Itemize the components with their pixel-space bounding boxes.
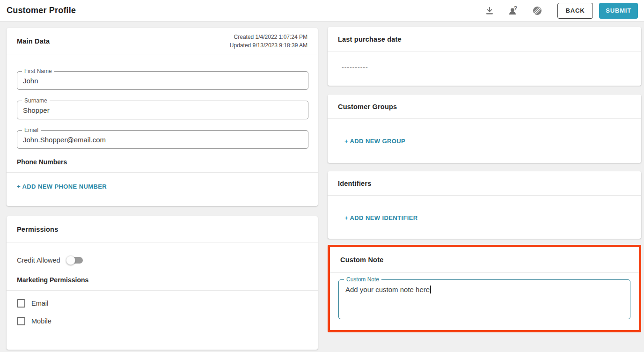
phone-numbers-heading: Phone Numbers — [17, 158, 308, 166]
first-name-field[interactable]: First Name John — [17, 71, 308, 90]
credit-allowed-label: Credit Allowed — [17, 257, 60, 264]
page-title: Customer Profile — [7, 6, 76, 15]
submit-button[interactable]: SUBMIT — [599, 3, 638, 19]
surname-value: Shopper — [23, 106, 50, 114]
custom-note-header: Custom Note — [330, 247, 639, 273]
custom-note-field-label: Custom Note — [344, 276, 381, 283]
add-group-row: + ADD NEW GROUP — [328, 119, 641, 145]
anonymize-customer-icon[interactable]: ? — [508, 5, 519, 16]
identifiers-card: Identifiers + ADD NEW IDENTIFIER — [328, 171, 641, 239]
email-checkbox-label: Email — [31, 300, 48, 307]
first-name-label: First Name — [22, 68, 54, 75]
main-data-title: Main Data — [17, 37, 50, 45]
content-area: Main Data Created 1/4/2022 1:07:24 PM Up… — [0, 22, 644, 350]
credit-allowed-row: Credit Allowed — [17, 257, 307, 264]
customer-groups-title: Customer Groups — [338, 103, 397, 110]
custom-note-value: Add your custom note here — [345, 286, 430, 293]
custom-note-textarea[interactable]: Custom Note Add your custom note here — [338, 279, 630, 319]
marketing-divider — [7, 290, 318, 291]
main-data-header: Main Data Created 1/4/2022 1:07:24 PM Up… — [7, 28, 318, 54]
custom-note-body: Custom Note Add your custom note here — [330, 273, 639, 319]
marketing-mobile-row: Mobile — [17, 317, 307, 325]
updated-timestamp: Updated 9/13/2023 9:18:39 AM — [230, 41, 307, 50]
add-phone-number-button[interactable]: + ADD NEW PHONE NUMBER — [17, 183, 107, 190]
identifiers-title: Identifiers — [338, 180, 372, 187]
credit-allowed-toggle[interactable] — [67, 257, 83, 264]
record-timestamps: Created 1/4/2022 1:07:24 PM Updated 9/13… — [230, 33, 307, 50]
last-purchase-header: Last purchase date — [328, 27, 641, 51]
marketing-email-row: Email — [17, 299, 307, 308]
identifiers-header: Identifiers — [328, 171, 641, 196]
toggle-thumb — [66, 256, 75, 265]
custom-note-card: Custom Note Custom Note Add your custom … — [328, 245, 641, 332]
add-phone-row: + ADD NEW PHONE NUMBER — [7, 173, 318, 191]
marketing-permissions-heading: Marketing Permissions — [17, 276, 308, 284]
surname-field[interactable]: Surname Shopper — [17, 101, 308, 119]
add-identifier-row: + ADD NEW IDENTIFIER — [328, 196, 641, 222]
top-bar: Customer Profile ? BACK SUBMIT — [0, 0, 644, 22]
text-cursor — [430, 286, 431, 293]
customer-groups-header: Customer Groups — [328, 95, 641, 119]
created-timestamp: Created 1/4/2022 1:07:24 PM — [230, 33, 307, 41]
email-value: John.Shopper@email.com — [23, 136, 106, 144]
last-purchase-card: Last purchase date ---------- — [328, 27, 641, 86]
right-column: Last purchase date ---------- Customer G… — [328, 27, 641, 350]
main-data-card: Main Data Created 1/4/2022 1:07:24 PM Up… — [7, 28, 318, 206]
top-bar-actions: ? BACK SUBMIT — [484, 3, 638, 19]
custom-note-title: Custom Note — [340, 256, 383, 264]
back-button[interactable]: BACK — [557, 3, 593, 19]
left-column: Main Data Created 1/4/2022 1:07:24 PM Up… — [7, 27, 318, 350]
gdpr-block-icon[interactable] — [532, 5, 543, 16]
last-purchase-value: ---------- — [328, 51, 641, 71]
permissions-title: Permissions — [17, 226, 58, 233]
customer-groups-card: Customer Groups + ADD NEW GROUP — [328, 95, 641, 163]
svg-text:?: ? — [513, 5, 517, 12]
permissions-header: Permissions — [7, 216, 318, 242]
email-label: Email — [22, 127, 41, 134]
permissions-card: Permissions Credit Allowed Marketing Per… — [7, 216, 318, 350]
mobile-checkbox[interactable] — [17, 317, 25, 325]
first-name-value: John — [23, 77, 38, 85]
email-checkbox[interactable] — [17, 299, 25, 308]
add-identifier-button[interactable]: + ADD NEW IDENTIFIER — [344, 214, 418, 221]
surname-label: Surname — [22, 97, 50, 104]
mobile-checkbox-label: Mobile — [31, 317, 51, 325]
email-field[interactable]: Email John.Shopper@email.com — [17, 130, 308, 149]
download-icon[interactable] — [484, 5, 495, 16]
add-group-button[interactable]: + ADD NEW GROUP — [344, 138, 405, 145]
last-purchase-title: Last purchase date — [338, 36, 402, 43]
